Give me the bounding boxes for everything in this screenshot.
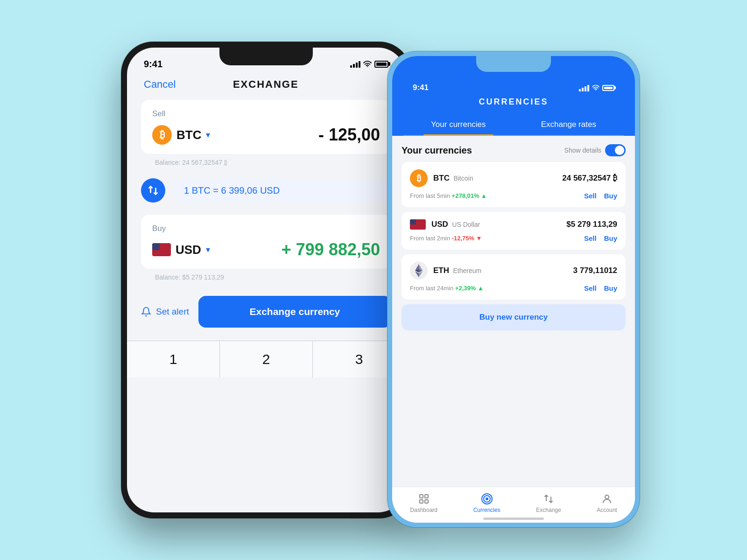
btc-item-top: ₿ BTC Bitcoin 24 567,32547 ₿	[410, 169, 617, 187]
status-time-right: 9:41	[413, 83, 429, 92]
buy-balance: Balance: $5 279 113,29	[144, 273, 391, 281]
currencies-content: Your currencies Show details ₿ BTC Bitco	[392, 136, 635, 330]
status-icons-left	[350, 60, 388, 68]
btc-name: Bitcoin	[453, 175, 473, 182]
sell-label: Sell	[152, 109, 380, 119]
btc-change-period: From last 5min +278,01% ▲	[410, 192, 487, 199]
wifi-icon	[363, 61, 372, 67]
buy-dropdown-arrow[interactable]: ▾	[206, 245, 210, 255]
nav-exchange[interactable]: Exchange	[536, 493, 561, 513]
show-details-label: Show details	[564, 147, 601, 154]
account-icon	[601, 493, 613, 505]
section-title: Your currencies	[402, 145, 472, 156]
tab-your-currencies[interactable]: Your currencies	[423, 114, 493, 135]
usd-flag-list	[410, 219, 426, 230]
sell-card-row: ₿ BTC ▾ - 125,00	[152, 125, 380, 145]
exchange-content: Sell ₿ BTC ▾ - 125,00 Balance: 24 567,32…	[127, 100, 405, 281]
battery-icon	[374, 61, 388, 68]
buy-card-row: USD ▾ + 799 882,50	[152, 240, 380, 259]
btc-names: BTC Bitcoin	[433, 174, 473, 183]
btc-icon-sell: ₿	[152, 125, 172, 145]
cancel-button[interactable]: Cancel	[144, 78, 176, 91]
toggle-switch[interactable]	[605, 144, 626, 156]
btc-sell-button[interactable]: Sell	[584, 192, 597, 200]
show-details-toggle[interactable]: Show details	[564, 144, 626, 156]
notch-left	[219, 48, 313, 65]
status-bar-right: 9:41	[403, 80, 624, 97]
phones-container: 9:41 Cancel EXCHANGE	[93, 23, 654, 537]
eth-name: Ethereum	[453, 267, 481, 274]
key-1[interactable]: 1	[127, 341, 219, 378]
phone-right-screen: 9:41	[392, 56, 635, 523]
eth-coin-icon	[410, 262, 428, 280]
usd-change-period: From last 2min -12,75% ▼	[410, 235, 482, 242]
btc-trade-btns: Sell Buy	[584, 192, 617, 200]
eth-sell-button[interactable]: Sell	[584, 284, 597, 292]
sell-amount: - 125,00	[318, 125, 380, 145]
home-indicator	[483, 518, 544, 520]
svg-point-0	[367, 66, 368, 67]
usd-amount: $5 279 113,29	[566, 220, 617, 229]
buy-label: Buy	[152, 224, 380, 233]
set-alert-button[interactable]: Set alert	[141, 307, 189, 317]
phone-left: 9:41 Cancel EXCHANGE	[121, 42, 411, 518]
buy-currency-select[interactable]: USD ▾	[152, 243, 210, 257]
btc-buy-button[interactable]: Buy	[604, 192, 617, 200]
sell-currency-name: BTC	[176, 128, 201, 142]
key-2[interactable]: 2	[220, 341, 312, 378]
svg-rect-8	[420, 495, 423, 498]
usd-sell-button[interactable]: Sell	[584, 234, 597, 242]
usd-left: USD US Dollar	[410, 219, 480, 230]
sell-card: Sell ₿ BTC ▾ - 125,00	[141, 100, 391, 154]
usd-trade-btns: Sell Buy	[584, 234, 617, 242]
sell-dropdown-arrow[interactable]: ▾	[206, 130, 210, 140]
buy-card: Buy USD ▾ + 799 882,50	[141, 215, 391, 269]
currency-item-eth: ETH Ethereum 3 779,11012 From last 24min…	[402, 254, 626, 300]
exchange-currency-button[interactable]: Exchange currency	[198, 296, 391, 328]
eth-names: ETH Ethereum	[433, 266, 481, 275]
exchange-rate: 1 BTC = 6 399,06 USD	[184, 185, 280, 196]
nav-account[interactable]: Account	[597, 493, 617, 513]
svg-point-14	[486, 497, 488, 500]
usd-names: USD US Dollar	[431, 220, 480, 229]
account-label: Account	[597, 507, 617, 513]
status-time-left: 9:41	[144, 59, 162, 70]
buy-new-currency-button[interactable]: Buy new currency	[402, 304, 626, 330]
eth-change: +2,39% ▲	[455, 285, 484, 292]
eth-left: ETH Ethereum	[410, 262, 481, 280]
usd-buy-button[interactable]: Buy	[604, 234, 617, 242]
signal-icon-right	[579, 84, 589, 91]
bell-icon	[141, 307, 151, 317]
usd-name: US Dollar	[452, 221, 480, 228]
eth-buy-button[interactable]: Buy	[604, 284, 617, 292]
btc-coin-icon: ₿	[410, 169, 428, 187]
dashboard-label: Dashboard	[410, 507, 437, 513]
buy-currency-name: USD	[176, 243, 201, 257]
exchange-header: Cancel EXCHANGE	[127, 74, 405, 100]
swap-button[interactable]	[141, 178, 165, 203]
eth-trade-btns: Sell Buy	[584, 284, 617, 292]
header-tabs: Your currencies Exchange rates	[403, 114, 624, 136]
sell-currency-select[interactable]: ₿ BTC ▾	[152, 125, 210, 145]
tab-exchange-rates[interactable]: Exchange rates	[534, 114, 604, 135]
sell-balance: Balance: 24 567,32547 ₿	[144, 159, 391, 166]
svg-rect-10	[420, 500, 423, 503]
rate-container: 1 BTC = 6 399,06 USD	[173, 179, 391, 203]
signal-icon	[350, 60, 360, 68]
nav-currencies[interactable]: Currencies	[473, 493, 500, 513]
exchange-title: EXCHANGE	[233, 78, 299, 91]
currencies-icon	[481, 493, 493, 505]
usd-symbol: USD	[431, 220, 448, 229]
currencies-title: CURRENCIES	[403, 97, 624, 114]
bottom-actions: Set alert Exchange currency	[127, 285, 405, 339]
keyboard: 1 2 3	[127, 341, 405, 378]
btc-symbol: BTC	[433, 174, 450, 182]
usd-flag-buy	[152, 243, 171, 256]
btc-amount: 24 567,32547 ₿	[562, 174, 617, 183]
usd-item-bottom: From last 2min -12,75% ▼ Sell Buy	[410, 234, 617, 242]
usd-change: -12,75% ▼	[452, 235, 482, 242]
exchange-label: Exchange	[536, 507, 561, 513]
your-currencies-row: Your currencies Show details	[402, 136, 626, 162]
nav-dashboard[interactable]: Dashboard	[410, 493, 437, 513]
phone-right: 9:41	[388, 51, 640, 527]
